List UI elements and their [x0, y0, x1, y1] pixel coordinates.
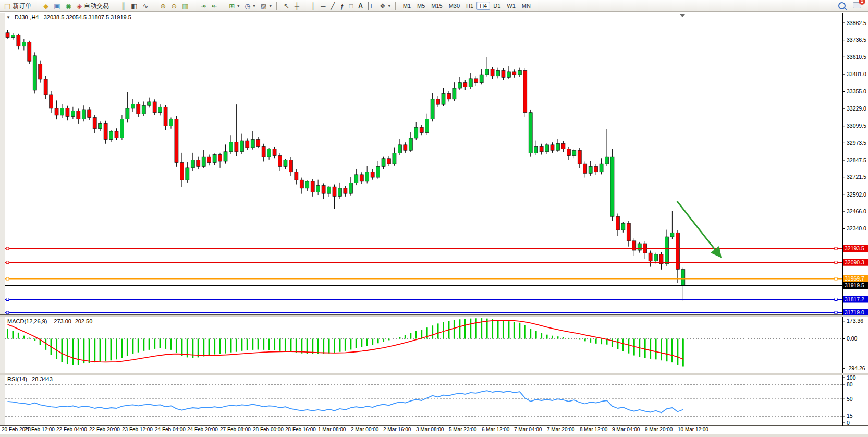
candlestick-chart-button[interactable] [128, 0, 140, 11]
candle-body [213, 155, 216, 163]
zoom-out-icon [171, 3, 177, 9]
line-chart-button[interactable] [140, 0, 151, 11]
candle-body [131, 104, 135, 108]
metaeditor-button[interactable] [41, 0, 51, 11]
timeframe-h1[interactable]: H1 [463, 2, 476, 10]
candle-body [284, 160, 287, 166]
candle-body [442, 93, 445, 104]
periods-button[interactable]: ▾ [242, 0, 258, 11]
indicators-button[interactable]: ▾ [226, 0, 242, 11]
candle-body [11, 35, 15, 37]
timeframe-d1[interactable]: D1 [490, 2, 504, 10]
cursor-icon [284, 3, 289, 9]
line-handle[interactable] [6, 261, 9, 264]
time-label: 27 Feb 08:00 [220, 427, 251, 432]
pane-left-margin [0, 13, 5, 315]
time-label: 8 Mar 12:00 [580, 427, 607, 432]
chart-shift-button[interactable] [209, 0, 219, 11]
candle-body [681, 270, 685, 286]
price-tag-label: 32090.3 [845, 259, 864, 265]
main-chart-pane[interactable]: 33862.533736.533610.533481.033355.033229… [0, 13, 868, 315]
line-handle[interactable] [835, 247, 837, 250]
new-order-button[interactable]: 新订单 [2, 0, 34, 11]
candle-body [458, 83, 461, 88]
axis-tick-label: 50 [847, 396, 853, 402]
one-click-trading-arrow-icon[interactable]: ▼ [6, 15, 10, 20]
objects-grid-button[interactable] [346, 0, 356, 11]
horizontal-line-button[interactable] [318, 0, 328, 11]
rsi-pane[interactable]: 1008050150 [0, 375, 868, 426]
fibonacci-button[interactable] [337, 0, 346, 11]
line-handle[interactable] [6, 298, 9, 301]
notifications-button[interactable]: 1 [853, 1, 861, 10]
time-label: 21 Feb 12:00 [24, 427, 55, 432]
text-button[interactable] [356, 0, 365, 11]
candle-body [17, 35, 20, 46]
candle-body [393, 153, 396, 164]
candle-body [333, 187, 336, 196]
templates-icon [261, 3, 267, 9]
zoom-out-button[interactable] [168, 0, 179, 11]
candle-body [605, 157, 609, 164]
timeframe-m5[interactable]: M5 [414, 2, 428, 10]
templates-button[interactable]: ▾ [258, 0, 274, 11]
candle-body [44, 79, 47, 95]
auto-scroll-button[interactable] [198, 0, 209, 11]
vertical-line-button[interactable] [309, 0, 318, 11]
candle-body [354, 175, 358, 183]
zoom-in-button[interactable] [157, 0, 168, 11]
arrows-button[interactable]: ▾ [377, 0, 393, 11]
candle-body [572, 150, 576, 155]
timeframe-m30[interactable]: M30 [446, 2, 463, 10]
line-chart-icon [142, 3, 148, 9]
axis-tick-label: 32340.0 [847, 225, 866, 232]
candle-body [387, 159, 391, 164]
terminal-button[interactable] [51, 0, 63, 11]
candle-body [649, 253, 652, 261]
line-handle[interactable] [835, 298, 837, 301]
autotrading-icon [77, 3, 82, 9]
toolbar: 新订单 自动交易 ▾ ▾ ▾ ▾ M1 M5 M15 M30 H1 H4 D1 … [0, 0, 868, 12]
candle-body [289, 160, 292, 172]
price-tag-label: 31969.7 [845, 275, 864, 282]
dropdown-arrow-icon: ▾ [253, 4, 255, 8]
timeframe-h4[interactable]: H4 [476, 2, 490, 10]
timeframe-m15[interactable]: M15 [428, 2, 445, 10]
time-label: 22 Feb 04:00 [56, 427, 87, 432]
autotrading-button[interactable]: 自动交易 [74, 0, 112, 11]
time-axis[interactable]: 20 Feb 202321 Feb 12:0022 Feb 04:0022 Fe… [0, 427, 865, 434]
timeframe-mn[interactable]: MN [519, 2, 534, 10]
search-icon[interactable] [838, 2, 846, 9]
crosshair-button[interactable] [292, 0, 302, 11]
tile-windows-button[interactable] [179, 0, 191, 11]
cursor-button[interactable] [281, 0, 292, 11]
price-tag-label: 31719.0 [845, 309, 864, 315]
bar-chart-button[interactable] [118, 0, 128, 11]
signals-button[interactable] [63, 0, 74, 11]
text-label-button[interactable] [365, 0, 377, 11]
candle-body [50, 95, 53, 108]
line-handle[interactable] [6, 311, 9, 314]
candle-body [71, 111, 75, 117]
trendline-button[interactable] [328, 0, 337, 11]
line-handle[interactable] [835, 261, 837, 264]
separator [222, 2, 224, 10]
candle-body [610, 157, 614, 216]
crosshair-icon [295, 3, 299, 9]
time-label: 10 Mar 12:00 [678, 427, 708, 432]
line-handle[interactable] [835, 311, 837, 314]
axis-tick-label: 33481.0 [847, 71, 866, 77]
candle-body [311, 181, 314, 192]
line-handle[interactable] [6, 247, 9, 250]
timeframe-m1[interactable]: M1 [400, 2, 414, 10]
arrows-icon [380, 3, 386, 9]
window-bottom-strip [0, 434, 868, 437]
chart-shift-icon [211, 3, 217, 9]
text-label-icon [368, 2, 374, 10]
axis-tick-label: 0.00 [847, 335, 858, 342]
macd-pane[interactable]: 173.360.00-294.26 [0, 317, 868, 373]
line-handle[interactable] [6, 277, 9, 280]
candle-body [99, 123, 102, 128]
timeframe-w1[interactable]: W1 [504, 2, 519, 10]
line-handle[interactable] [835, 277, 837, 280]
